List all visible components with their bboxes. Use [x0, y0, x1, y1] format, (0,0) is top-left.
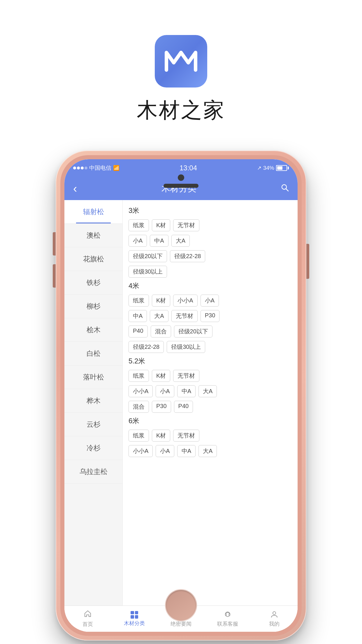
- section-6m-title: 6米: [129, 416, 292, 426]
- tag-4m-2-2[interactable]: 径级20以下: [174, 326, 212, 337]
- tag-52m-0-0[interactable]: 纸浆: [129, 370, 149, 382]
- tag-52m-1-3[interactable]: 大A: [198, 385, 217, 397]
- sidebar-item-0[interactable]: 辐射松: [64, 200, 122, 224]
- back-button[interactable]: ‹: [73, 182, 77, 195]
- tab-home[interactable]: 首页: [64, 610, 111, 628]
- sidebar-item-10[interactable]: 冷杉: [64, 436, 122, 460]
- tag-3m-2-0[interactable]: 径级20以下: [129, 250, 167, 262]
- tag-6m-1-0[interactable]: 小小A: [129, 445, 153, 457]
- tag-4m-0-1[interactable]: K材: [152, 295, 170, 307]
- sidebar-item-8[interactable]: 桦木: [64, 389, 122, 413]
- tag-4m-3-1[interactable]: 径级30以上: [167, 341, 205, 353]
- section-52m-row-2: 混合 P30 P40: [129, 401, 292, 413]
- category-icon: [131, 611, 138, 619]
- phone-frame: 中国电信 📶 13:04 ↗ 34%: [56, 150, 306, 640]
- wifi-icon: 📶: [113, 165, 120, 171]
- tag-4m-0-3[interactable]: 小A: [201, 295, 219, 307]
- status-left: 中国电信 📶: [73, 164, 120, 172]
- tag-3m-1-1[interactable]: 中A: [150, 235, 168, 247]
- section-4m-title: 4米: [129, 281, 292, 290]
- section-6m: 6米 纸浆 K材 无节材 小小A 小A 中A: [129, 416, 292, 457]
- app-header: 木材之家: [137, 35, 225, 142]
- tag-4m-2-0[interactable]: P40: [129, 326, 148, 337]
- tab-category[interactable]: 木材分类: [111, 611, 158, 627]
- section-52m-title: 5.2米: [129, 356, 292, 366]
- tag-6m-1-3[interactable]: 大A: [198, 445, 217, 457]
- phone-inner: 中国电信 📶 13:04 ↗ 34%: [60, 155, 302, 636]
- signal-dot-2: [77, 167, 80, 169]
- tab-home-label: 首页: [82, 621, 93, 628]
- tag-3m-0-1[interactable]: K材: [152, 219, 170, 231]
- tag-4m-1-1[interactable]: 大A: [150, 310, 168, 322]
- tag-3m-2-1[interactable]: 径级22-28: [170, 250, 205, 262]
- section-3m-row-3: 径级30以上: [129, 266, 292, 278]
- battery-tip: [288, 167, 289, 169]
- tag-6m-1-1[interactable]: 小A: [156, 445, 174, 457]
- sidebar-item-2[interactable]: 花旗松: [64, 247, 122, 271]
- tag-52m-0-2[interactable]: 无节材: [173, 370, 199, 382]
- sidebar-item-7[interactable]: 落叶松: [64, 365, 122, 389]
- section-4m-row-1: 中A 大A 无节材 P30: [129, 310, 292, 322]
- section-52m-row-0: 纸浆 K材 无节材: [129, 370, 292, 382]
- battery-body: [276, 165, 287, 171]
- tag-52m-1-0[interactable]: 小小A: [129, 385, 153, 397]
- me-icon: [270, 610, 278, 619]
- sidebar-item-4[interactable]: 柳杉: [64, 295, 122, 318]
- tag-52m-2-1[interactable]: P30: [152, 401, 171, 413]
- svg-point-8: [273, 612, 276, 615]
- app-icon: [155, 35, 207, 88]
- section-6m-row-1: 小小A 小A 中A 大A: [129, 445, 292, 457]
- tag-6m-0-2[interactable]: 无节材: [173, 430, 199, 442]
- tag-52m-0-1[interactable]: K材: [152, 370, 170, 382]
- status-bar: 中国电信 📶 13:04 ↗ 34%: [64, 159, 298, 177]
- section-6m-row-0: 纸浆 K材 无节材: [129, 430, 292, 442]
- section-3m: 3米 纸浆 K材 无节材 小A 中A 大A: [129, 206, 292, 278]
- tag-6m-1-2[interactable]: 中A: [177, 445, 196, 457]
- home-button[interactable]: [165, 589, 197, 621]
- battery-percent: 34%: [263, 165, 274, 171]
- tab-service[interactable]: 联系客服: [204, 610, 251, 627]
- tag-52m-1-2[interactable]: 中A: [177, 385, 196, 397]
- tag-4m-0-0[interactable]: 纸浆: [129, 295, 149, 307]
- sidebar-item-5[interactable]: 桧木: [64, 318, 122, 342]
- status-time: 13:04: [180, 164, 197, 172]
- home-icon: [84, 610, 92, 620]
- tag-52m-1-1[interactable]: 小A: [156, 385, 174, 397]
- tag-52m-2-2[interactable]: P40: [174, 401, 193, 413]
- search-icon[interactable]: [281, 183, 289, 194]
- signal-dot-1: [73, 167, 76, 169]
- tag-52m-2-0[interactable]: 混合: [129, 401, 149, 413]
- app-title: 木材之家: [137, 96, 225, 124]
- camera: [178, 174, 184, 181]
- sidebar-item-1[interactable]: 澳松: [64, 224, 122, 247]
- tag-4m-1-2[interactable]: 无节材: [171, 310, 198, 322]
- battery-fill: [277, 166, 282, 170]
- tag-6m-0-0[interactable]: 纸浆: [129, 430, 149, 442]
- sidebar-item-6[interactable]: 白松: [64, 342, 122, 365]
- tag-3m-1-0[interactable]: 小A: [129, 235, 147, 247]
- tag-3m-0-2[interactable]: 无节材: [173, 219, 199, 231]
- section-4m-row-0: 纸浆 K材 小小A 小A: [129, 295, 292, 307]
- sidebar-item-3[interactable]: 铁杉: [64, 271, 122, 295]
- tag-4m-1-3[interactable]: P30: [201, 310, 220, 322]
- signal-dot-4: [85, 167, 87, 169]
- screen-content: 中国电信 📶 13:04 ↗ 34%: [64, 159, 298, 632]
- tag-3m-3-0[interactable]: 径级30以上: [129, 266, 167, 278]
- battery-indicator: [276, 165, 289, 171]
- tag-6m-0-1[interactable]: K材: [152, 430, 170, 442]
- tag-4m-2-1[interactable]: 混合: [151, 326, 171, 337]
- tag-3m-0-0[interactable]: 纸浆: [129, 219, 149, 231]
- section-3m-row-0: 纸浆 K材 无节材: [129, 219, 292, 231]
- tag-4m-3-0[interactable]: 径级22-28: [129, 341, 164, 353]
- section-4m-row-2: P40 混合 径级20以下: [129, 326, 292, 337]
- speaker: [164, 184, 198, 188]
- tag-4m-0-2[interactable]: 小小A: [173, 295, 197, 307]
- tab-me[interactable]: 我的: [251, 610, 298, 627]
- sidebar-item-11[interactable]: 乌拉圭松: [64, 460, 122, 484]
- phone-screen: 中国电信 📶 13:04 ↗ 34%: [64, 159, 298, 632]
- tag-4m-1-0[interactable]: 中A: [129, 310, 147, 322]
- section-4m-row-3: 径级22-28 径级30以上: [129, 341, 292, 353]
- tag-3m-1-2[interactable]: 大A: [171, 235, 190, 247]
- sidebar-item-9[interactable]: 云杉: [64, 413, 122, 436]
- phone-top-details: [164, 174, 198, 188]
